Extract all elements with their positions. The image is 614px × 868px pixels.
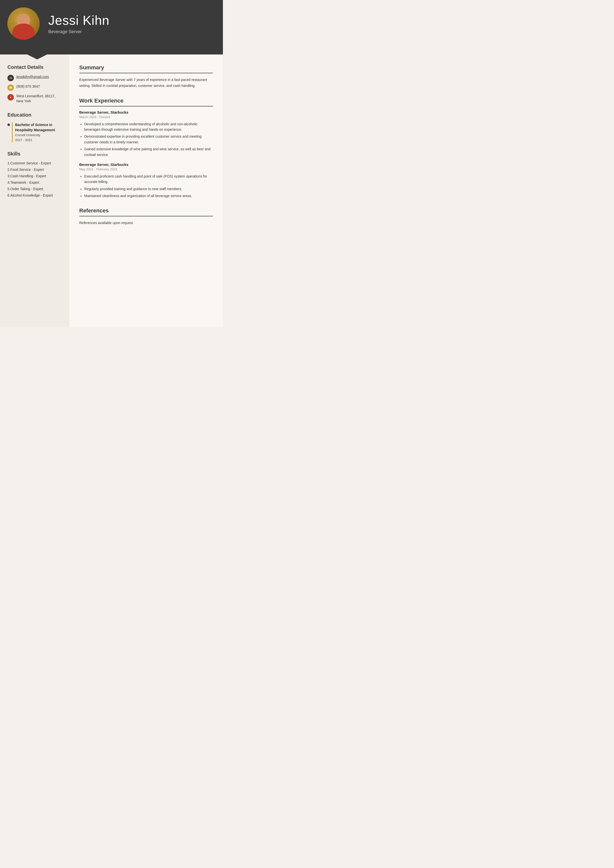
list-item: Gained extensive knowledge of wine pairi… — [84, 146, 213, 158]
references-text: References available upon request — [79, 220, 213, 226]
phone-icon: ☎ — [8, 84, 14, 91]
skills-list: 1.Customer Service - Expert2.Food Servic… — [8, 161, 63, 197]
job-entry: Beverage Server, StarbucksMarch 2023 - P… — [79, 110, 213, 158]
skill-item: 6.Alcohol Knowledge - Expert — [8, 193, 63, 197]
degree-text-bold: Hospitality Management — [15, 128, 55, 132]
work-title: Work Experience — [79, 98, 213, 107]
job-dates: May 2021 - February 2023 — [79, 167, 213, 171]
list-item: Regularly provided training and guidance… — [84, 186, 213, 192]
main-container: Contact Details ✉ jessikihn@gmail.com ☎ … — [0, 54, 223, 327]
email-contact: ✉ jessikihn@gmail.com — [8, 74, 63, 81]
email-value: jessikihn@gmail.com — [16, 74, 49, 79]
job-bullets: Executed proficient cash handling and po… — [79, 174, 213, 199]
header-text: Jessi Kihn Beverage Server — [48, 13, 109, 34]
sidebar: Contact Details ✉ jessikihn@gmail.com ☎ … — [0, 54, 69, 327]
summary-section: Summary Experienced Beverage Server with… — [79, 64, 213, 89]
degree-text-1: Bachelor of Science in — [15, 123, 52, 127]
candidate-title: Beverage Server — [48, 29, 109, 34]
list-item: Developed a comprehensive understanding … — [84, 121, 213, 132]
location-icon: ● — [8, 94, 14, 101]
job-title: Beverage Server, Starbucks — [79, 110, 213, 115]
job-entry: Beverage Server, StarbucksMay 2021 - Feb… — [79, 163, 213, 199]
avatar — [8, 8, 40, 40]
skill-item: 1.Customer Service - Expert — [8, 161, 63, 165]
education-title: Education — [8, 112, 63, 118]
location-contact: ● West Leonardfurt, 08117, New York — [8, 94, 63, 104]
list-item: Maintained cleanliness and organization … — [84, 193, 213, 198]
edu-bullet-icon — [8, 124, 10, 126]
skill-item: 3.Cash Handling - Expert — [8, 174, 63, 178]
education-section: Education Bachelor of Science in Hospita… — [8, 112, 63, 143]
contact-title: Contact Details — [8, 64, 63, 70]
summary-text: Experienced Beverage Server with 7 years… — [79, 77, 213, 89]
summary-title: Summary — [79, 64, 213, 73]
list-item: Demonstrated expertise in providing exce… — [84, 134, 213, 145]
list-item: Executed proficient cash handling and po… — [84, 174, 213, 185]
skills-title: Skills — [8, 151, 63, 157]
edu-degree-line1: Bachelor of Science in Hospitality Manag… — [15, 122, 55, 133]
edu-school: Cornell University — [15, 133, 55, 138]
resume-header: Jessi Kihn Beverage Server — [0, 0, 223, 47]
skill-item: 2.Food Service - Expert — [8, 167, 63, 172]
email-link[interactable]: jessikihn@gmail.com — [16, 75, 49, 79]
skill-item: 5.Order Taking - Expert — [8, 187, 63, 191]
candidate-name: Jessi Kihn — [48, 13, 109, 28]
chevron-decoration — [0, 47, 223, 54]
job-title: Beverage Server, Starbucks — [79, 163, 213, 167]
email-icon: ✉ — [8, 75, 14, 81]
work-experience-section: Work Experience Beverage Server, Starbuc… — [79, 98, 213, 199]
phone-contact: ☎ (809) 670 3647 — [8, 84, 63, 91]
references-section: References References available upon req… — [79, 208, 213, 226]
jobs-list: Beverage Server, StarbucksMarch 2023 - P… — [79, 110, 213, 199]
education-item: Bachelor of Science in Hospitality Manag… — [8, 122, 63, 143]
job-dates: March 2023 - Present — [79, 115, 213, 119]
contact-section: Contact Details ✉ jessikihn@gmail.com ☎ … — [8, 64, 63, 104]
references-title: References — [79, 208, 213, 216]
edu-years: 2017 - 2021 — [15, 138, 55, 143]
job-bullets: Developed a comprehensive understanding … — [79, 121, 213, 158]
phone-value: (809) 670 3647 — [16, 84, 40, 89]
education-content: Bachelor of Science in Hospitality Manag… — [12, 122, 55, 143]
skill-item: 4.Teamwork - Expert — [8, 180, 63, 184]
avatar-image — [8, 8, 40, 40]
main-content: Summary Experienced Beverage Server with… — [69, 54, 223, 327]
skills-section: Skills 1.Customer Service - Expert2.Food… — [8, 151, 63, 197]
location-value: West Leonardfurt, 08117, New York — [16, 94, 63, 104]
